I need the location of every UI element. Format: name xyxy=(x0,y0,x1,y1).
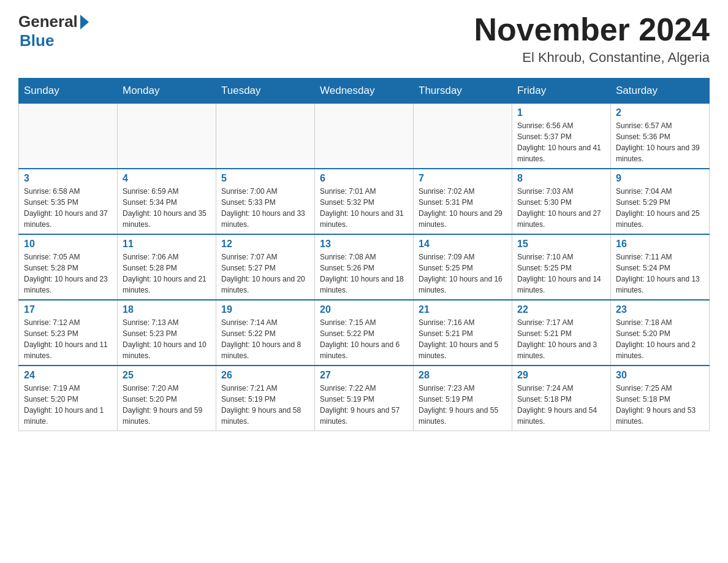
day-number: 20 xyxy=(320,304,408,315)
day-number: 24 xyxy=(24,370,112,381)
day-info: Sunrise: 7:08 AMSunset: 5:26 PMDaylight:… xyxy=(320,251,408,296)
day-info: Sunrise: 7:14 AMSunset: 5:22 PMDaylight:… xyxy=(221,317,309,361)
calendar-cell xyxy=(118,104,216,169)
day-number: 11 xyxy=(123,239,211,250)
calendar-week-3: 10Sunrise: 7:05 AMSunset: 5:28 PMDayligh… xyxy=(19,234,710,300)
calendar-cell: 24Sunrise: 7:19 AMSunset: 5:20 PMDayligh… xyxy=(19,366,118,431)
day-number: 8 xyxy=(517,173,605,184)
logo-general-text: General xyxy=(18,12,78,31)
day-number: 4 xyxy=(123,173,211,184)
calendar-cell: 12Sunrise: 7:07 AMSunset: 5:27 PMDayligh… xyxy=(216,234,315,300)
day-info: Sunrise: 7:11 AMSunset: 5:24 PMDaylight:… xyxy=(616,251,704,296)
calendar-cell: 20Sunrise: 7:15 AMSunset: 5:22 PMDayligh… xyxy=(315,300,414,366)
day-number: 15 xyxy=(517,239,605,250)
weekday-header-sunday: Sunday xyxy=(19,79,118,104)
day-info: Sunrise: 7:19 AMSunset: 5:20 PMDaylight:… xyxy=(24,383,112,427)
day-info: Sunrise: 7:00 AMSunset: 5:33 PMDaylight:… xyxy=(221,186,309,230)
day-number: 6 xyxy=(320,173,408,184)
calendar-cell: 10Sunrise: 7:05 AMSunset: 5:28 PMDayligh… xyxy=(19,234,118,300)
calendar-cell: 6Sunrise: 7:01 AMSunset: 5:32 PMDaylight… xyxy=(315,169,414,234)
calendar-cell: 22Sunrise: 7:17 AMSunset: 5:21 PMDayligh… xyxy=(512,300,611,366)
weekday-header-thursday: Thursday xyxy=(414,79,512,104)
calendar-cell: 14Sunrise: 7:09 AMSunset: 5:25 PMDayligh… xyxy=(414,234,512,300)
day-info: Sunrise: 7:20 AMSunset: 5:20 PMDaylight:… xyxy=(123,383,211,427)
day-number: 17 xyxy=(24,304,112,315)
day-info: Sunrise: 7:22 AMSunset: 5:19 PMDaylight:… xyxy=(320,383,408,427)
calendar-cell: 21Sunrise: 7:16 AMSunset: 5:21 PMDayligh… xyxy=(414,300,512,366)
calendar-cell: 3Sunrise: 6:58 AMSunset: 5:35 PMDaylight… xyxy=(19,169,118,234)
day-number: 27 xyxy=(320,370,408,381)
day-number: 26 xyxy=(221,370,309,381)
calendar-table: SundayMondayTuesdayWednesdayThursdayFrid… xyxy=(18,78,710,431)
calendar-week-5: 24Sunrise: 7:19 AMSunset: 5:20 PMDayligh… xyxy=(19,366,710,431)
day-number: 12 xyxy=(221,239,309,250)
month-title: November 2024 xyxy=(474,12,710,47)
day-number: 30 xyxy=(616,370,704,381)
calendar-cell: 19Sunrise: 7:14 AMSunset: 5:22 PMDayligh… xyxy=(216,300,315,366)
day-number: 23 xyxy=(616,304,704,315)
calendar-cell: 25Sunrise: 7:20 AMSunset: 5:20 PMDayligh… xyxy=(118,366,216,431)
day-info: Sunrise: 7:21 AMSunset: 5:19 PMDaylight:… xyxy=(221,383,309,427)
day-number: 9 xyxy=(616,173,704,184)
day-info: Sunrise: 6:58 AMSunset: 5:35 PMDaylight:… xyxy=(24,186,112,230)
page-header: General Blue November 2024 El Khroub, Co… xyxy=(18,12,710,66)
day-number: 14 xyxy=(419,239,507,250)
day-info: Sunrise: 7:05 AMSunset: 5:28 PMDaylight:… xyxy=(24,251,112,296)
day-number: 2 xyxy=(616,107,704,118)
day-info: Sunrise: 6:59 AMSunset: 5:34 PMDaylight:… xyxy=(123,186,211,230)
day-info: Sunrise: 7:17 AMSunset: 5:21 PMDaylight:… xyxy=(517,317,605,361)
day-number: 22 xyxy=(517,304,605,315)
day-number: 5 xyxy=(221,173,309,184)
calendar-week-1: 1Sunrise: 6:56 AMSunset: 5:37 PMDaylight… xyxy=(19,104,710,169)
location-subtitle: El Khroub, Constantine, Algeria xyxy=(474,50,710,66)
calendar-cell: 29Sunrise: 7:24 AMSunset: 5:18 PMDayligh… xyxy=(512,366,611,431)
calendar-cell: 2Sunrise: 6:57 AMSunset: 5:36 PMDaylight… xyxy=(611,104,710,169)
calendar-cell: 1Sunrise: 6:56 AMSunset: 5:37 PMDaylight… xyxy=(512,104,611,169)
calendar-week-2: 3Sunrise: 6:58 AMSunset: 5:35 PMDaylight… xyxy=(19,169,710,234)
day-info: Sunrise: 7:06 AMSunset: 5:28 PMDaylight:… xyxy=(123,251,211,296)
calendar-cell: 13Sunrise: 7:08 AMSunset: 5:26 PMDayligh… xyxy=(315,234,414,300)
day-number: 1 xyxy=(517,107,605,118)
calendar-cell xyxy=(315,104,414,169)
calendar-cell: 9Sunrise: 7:04 AMSunset: 5:29 PMDaylight… xyxy=(611,169,710,234)
day-info: Sunrise: 7:10 AMSunset: 5:25 PMDaylight:… xyxy=(517,251,605,296)
calendar-cell: 27Sunrise: 7:22 AMSunset: 5:19 PMDayligh… xyxy=(315,366,414,431)
day-number: 19 xyxy=(221,304,309,315)
day-info: Sunrise: 6:57 AMSunset: 5:36 PMDaylight:… xyxy=(616,120,704,164)
day-info: Sunrise: 7:24 AMSunset: 5:18 PMDaylight:… xyxy=(517,383,605,427)
day-info: Sunrise: 7:01 AMSunset: 5:32 PMDaylight:… xyxy=(320,186,408,230)
day-info: Sunrise: 7:03 AMSunset: 5:30 PMDaylight:… xyxy=(517,186,605,230)
title-section: November 2024 El Khroub, Constantine, Al… xyxy=(474,12,710,66)
weekday-header-wednesday: Wednesday xyxy=(315,79,414,104)
calendar-cell: 5Sunrise: 7:00 AMSunset: 5:33 PMDaylight… xyxy=(216,169,315,234)
calendar-cell: 23Sunrise: 7:18 AMSunset: 5:20 PMDayligh… xyxy=(611,300,710,366)
calendar-cell xyxy=(414,104,512,169)
logo-arrow-icon xyxy=(80,15,89,29)
logo: General Blue xyxy=(18,12,89,50)
calendar-cell xyxy=(19,104,118,169)
calendar-cell: 7Sunrise: 7:02 AMSunset: 5:31 PMDaylight… xyxy=(414,169,512,234)
day-info: Sunrise: 7:16 AMSunset: 5:21 PMDaylight:… xyxy=(419,317,507,361)
day-info: Sunrise: 7:25 AMSunset: 5:18 PMDaylight:… xyxy=(616,383,704,427)
calendar-cell: 17Sunrise: 7:12 AMSunset: 5:23 PMDayligh… xyxy=(19,300,118,366)
day-number: 21 xyxy=(419,304,507,315)
day-number: 10 xyxy=(24,239,112,250)
day-info: Sunrise: 7:15 AMSunset: 5:22 PMDaylight:… xyxy=(320,317,408,361)
calendar-cell: 26Sunrise: 7:21 AMSunset: 5:19 PMDayligh… xyxy=(216,366,315,431)
day-info: Sunrise: 7:09 AMSunset: 5:25 PMDaylight:… xyxy=(419,251,507,296)
calendar-cell: 28Sunrise: 7:23 AMSunset: 5:19 PMDayligh… xyxy=(414,366,512,431)
weekday-header-saturday: Saturday xyxy=(611,79,710,104)
day-info: Sunrise: 7:12 AMSunset: 5:23 PMDaylight:… xyxy=(24,317,112,361)
day-info: Sunrise: 7:18 AMSunset: 5:20 PMDaylight:… xyxy=(616,317,704,361)
logo-blue-text: Blue xyxy=(20,31,54,50)
calendar-cell: 15Sunrise: 7:10 AMSunset: 5:25 PMDayligh… xyxy=(512,234,611,300)
calendar-cell: 30Sunrise: 7:25 AMSunset: 5:18 PMDayligh… xyxy=(611,366,710,431)
day-info: Sunrise: 7:07 AMSunset: 5:27 PMDaylight:… xyxy=(221,251,309,296)
weekday-header-tuesday: Tuesday xyxy=(216,79,315,104)
weekday-header-row: SundayMondayTuesdayWednesdayThursdayFrid… xyxy=(19,79,710,104)
day-info: Sunrise: 7:02 AMSunset: 5:31 PMDaylight:… xyxy=(419,186,507,230)
day-number: 16 xyxy=(616,239,704,250)
day-number: 3 xyxy=(24,173,112,184)
calendar-cell: 4Sunrise: 6:59 AMSunset: 5:34 PMDaylight… xyxy=(118,169,216,234)
calendar-cell: 18Sunrise: 7:13 AMSunset: 5:23 PMDayligh… xyxy=(118,300,216,366)
